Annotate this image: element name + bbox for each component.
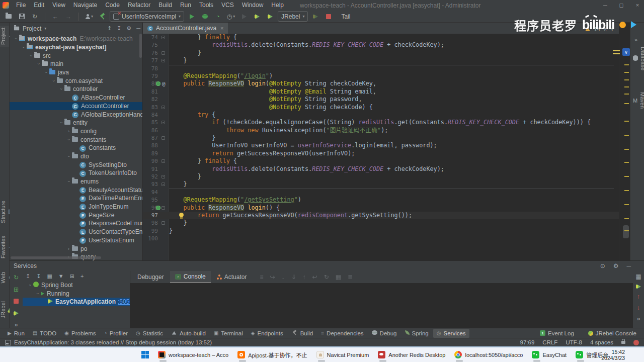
file-encoding[interactable]: UTF-8	[566, 339, 582, 345]
filter-icon[interactable]: ▼	[58, 273, 64, 279]
restore-layout-icon[interactable]: ▦	[336, 274, 341, 281]
toolwindow-statistic[interactable]: ◷Statistic	[132, 329, 167, 338]
code-line-93[interactable]: 93 }	[143, 180, 619, 188]
code-line-74[interactable]: 74 } finally {	[143, 34, 619, 41]
code-line-78[interactable]: 78	[143, 65, 619, 72]
run-to-cursor-icon[interactable]: ↩	[312, 274, 317, 281]
tree-item-entity[interactable]: ›entity	[10, 119, 142, 127]
tree-item-easychat-java-easychat-[interactable]: ›easychat-java [easychat]	[10, 43, 142, 52]
run-configuration-combo[interactable]: UserInfoServiceImpl▾	[110, 11, 184, 22]
save-all-button[interactable]	[16, 12, 27, 22]
code-line-97[interactable]: 97 return getSuccessResponseVO(redisComp…	[143, 212, 619, 219]
tree-item-workspace-teach[interactable]: ›workspace-teachE:\workspace-teach	[10, 35, 142, 43]
jrebel-sync-icon[interactable]	[636, 284, 641, 289]
menu-window[interactable]: Window	[238, 0, 268, 11]
chevron-expanded-icon[interactable]: ›	[28, 282, 33, 289]
code-line-82[interactable]: 82 @NotEmpty String password,	[143, 96, 619, 103]
tree-item-constants[interactable]: ›constants	[10, 135, 142, 144]
tool-strip-web[interactable]: Web◎	[0, 270, 9, 285]
jrebel-debug-button[interactable]	[265, 12, 276, 22]
tree-item-accountcontroller[interactable]: CAccountController	[10, 102, 142, 111]
chevron-expanded-icon[interactable]: ›	[29, 52, 34, 59]
code-line-89[interactable]: 89 return getSuccessResponseVO(userInfoV…	[143, 150, 619, 157]
tree-item-config[interactable]: ›config	[10, 127, 142, 136]
rerun-button[interactable]: ↻	[11, 274, 22, 282]
menu-build[interactable]: Build	[154, 0, 176, 11]
menu-navigate[interactable]: Navigate	[69, 0, 101, 11]
toolwindow-terminal[interactable]: ▣Terminal	[210, 329, 247, 338]
code-line-98[interactable]: 98 }	[143, 219, 619, 227]
editor-error-stripe[interactable]: ∨	[619, 23, 630, 260]
caret-position[interactable]: 97:69	[520, 339, 535, 345]
minimize-button[interactable]: ─	[602, 2, 609, 8]
indent-setting[interactable]: 4 spaces	[590, 339, 613, 345]
chevron-expanded-icon[interactable]: ›	[14, 36, 19, 42]
profiler-run-button[interactable]: ◔	[212, 12, 223, 22]
tree-item-usercontacttypeenum[interactable]: EUserContactTypeEnum	[10, 228, 142, 236]
inspections-widget[interactable]: 14 ∧ ∨	[585, 26, 614, 32]
tree-item-po[interactable]: ›po	[10, 244, 142, 253]
console-tab-debugger[interactable]: Debugger	[132, 271, 169, 283]
tree-item-datetimepatternenum[interactable]: EDateTimePatternEnum	[10, 194, 142, 203]
tree-item-pagesize[interactable]: EPageSize	[10, 211, 142, 219]
toolwindow-todo[interactable]: ▤TODO	[29, 329, 60, 338]
taskbar-app-chrome[interactable]: localhost:5050/api/acco	[450, 347, 527, 362]
menu-code[interactable]: Code	[101, 0, 124, 11]
service-spring-boot[interactable]: ›Spring Boot	[23, 281, 130, 290]
settings-gear-icon[interactable]: ⚙	[613, 262, 619, 269]
code-line-96[interactable]: 96 public ResponseVO login() {	[143, 204, 619, 212]
step-out-icon[interactable]: ↑	[303, 274, 306, 281]
layout-icon[interactable]: ▦	[635, 273, 641, 280]
jrebel-combo[interactable]: JRebel▾	[278, 11, 308, 22]
lock-icon[interactable]	[621, 341, 625, 344]
step-into-icon[interactable]: ↓	[282, 274, 285, 281]
jrebel-button[interactable]	[11, 310, 22, 317]
tree-item-beautyaccountstatusen[interactable]: EBeautyAccountStatusEn	[10, 186, 142, 194]
scroll-down-marker[interactable]: ∨	[622, 48, 630, 56]
code-line-91[interactable]: 91 redisUtils.delete(Constants.REDIS_KEY…	[143, 165, 619, 173]
tool-strip-database[interactable]: Database	[633, 47, 644, 70]
scroll-down-red-icon[interactable]: ↓	[637, 304, 640, 311]
code-line-86[interactable]: 86 throw new BusinessException("图片验证码不正确…	[143, 127, 619, 134]
code-line-80[interactable]: 80@ public ResponseVO login(@NotEmpty St…	[143, 80, 619, 87]
chevron-expanded-icon[interactable]: ›	[59, 120, 64, 126]
toolwindow-auto-build[interactable]: Auto-build	[168, 329, 209, 338]
group-by-icon[interactable]: ▦	[47, 273, 52, 280]
console-tab-console[interactable]: ›Console	[170, 271, 211, 283]
toolwindow-dependencies[interactable]: ≡Dependencies	[317, 329, 367, 338]
code-line-85[interactable]: 85 if (!checkCode.equalsIgnoreCase((Stri…	[143, 119, 619, 126]
taskbar-app-intellij[interactable]: workspace-teach – Acco	[153, 347, 233, 362]
fold-marker-icon[interactable]	[162, 221, 165, 225]
hide-strip-icon[interactable]: »	[634, 37, 637, 43]
editor-scrollbar-thumb[interactable]	[623, 225, 629, 238]
toolwindow-spring[interactable]: Spring	[401, 329, 432, 338]
inspection-level-icon[interactable]	[633, 340, 639, 345]
chevron-expanded-icon[interactable]: ›	[44, 69, 49, 76]
force-step-into-icon[interactable]: ⇓	[291, 274, 296, 281]
code-line-79[interactable]: 79 @RequestMapping("/login")	[143, 72, 619, 80]
chevron-collapsed-icon[interactable]: ›	[65, 246, 72, 251]
hide-icon[interactable]: ─	[626, 262, 631, 269]
tree-item-userstatusenum[interactable]: EUserStatusEnum	[10, 236, 142, 245]
tree-item-aglobalexceptionhandlerc[interactable]: CAGlobalExceptionHandlerC	[10, 110, 142, 119]
collapse-all-icon[interactable]: ↧	[36, 273, 41, 280]
tool-strip-maven[interactable]: MavenM	[633, 92, 644, 109]
chevron-down-icon[interactable]: ▾	[44, 26, 46, 31]
taskbar-app-redis[interactable]: Another Redis Desktop	[373, 347, 450, 362]
tree-item-com-easychat[interactable]: ›com.easychat	[10, 76, 142, 85]
jrebel-run-button[interactable]	[252, 12, 263, 22]
fold-marker-icon[interactable]	[162, 183, 165, 186]
toolwindow-event-log[interactable]: 1Event Log	[536, 329, 578, 338]
sync-button[interactable]: ↻	[29, 12, 40, 22]
menu-file[interactable]: File	[12, 0, 30, 11]
project-view-title[interactable]: Project	[23, 25, 41, 32]
close-button[interactable]: ×	[634, 2, 641, 8]
tool-strip-structure[interactable]: Structure▤	[0, 199, 9, 225]
taskbar-app-apipost[interactable]: Apipost-基于协作，不止	[233, 347, 311, 362]
tree-item-jointypeenum[interactable]: EJoinTypeEnum	[10, 203, 142, 211]
fold-marker-icon[interactable]	[162, 51, 165, 55]
chevron-expanded-icon[interactable]: ›	[59, 86, 64, 93]
tree-item-abasecontroller[interactable]: CABaseController	[10, 94, 142, 102]
code-line-83[interactable]: 83 @NotEmpty String checkCode) {	[143, 104, 619, 111]
menu-refactor[interactable]: Refactor	[124, 0, 154, 11]
